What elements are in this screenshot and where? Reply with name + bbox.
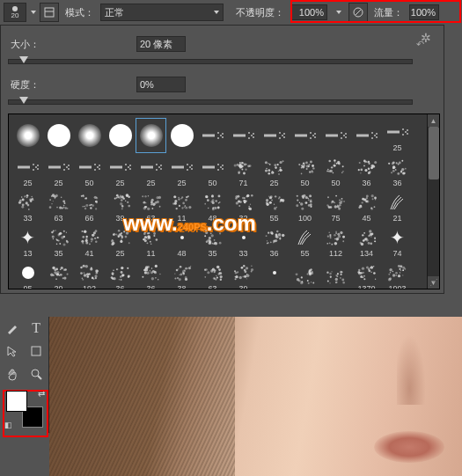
brush-preset-cell[interactable]: 45 — [351, 188, 382, 223]
scroll-up-icon[interactable]: ▲ — [428, 114, 439, 127]
brush-preset-cell[interactable]: 33 — [12, 188, 43, 223]
brush-preset-cell[interactable] — [320, 259, 351, 289]
pen-tool-icon[interactable] — [0, 317, 25, 340]
type-tool-icon[interactable]: T — [25, 317, 49, 340]
brush-preset-cell[interactable] — [105, 118, 136, 153]
brush-preset-cell[interactable]: 25 — [12, 153, 43, 188]
brush-preset-cell[interactable]: 36 — [382, 153, 413, 188]
brush-preset-cell[interactable] — [197, 118, 228, 153]
brush-preset-cell[interactable]: 35 — [43, 223, 74, 259]
foreground-color[interactable] — [6, 391, 27, 412]
size-slider[interactable] — [8, 59, 413, 64]
brush-preset-cell[interactable]: 95 — [12, 259, 43, 289]
svg-point-326 — [217, 206, 219, 208]
gear-icon[interactable] — [421, 31, 435, 45]
default-colors-icon[interactable]: ◧ — [4, 421, 12, 429]
blend-mode-dropdown[interactable]: 正常 — [100, 4, 224, 21]
brush-preset-cell[interactable]: 75 — [320, 188, 351, 223]
svg-point-247 — [89, 204, 91, 206]
brush-preset-cell[interactable]: 63 — [197, 259, 228, 289]
brush-preset-cell[interactable] — [259, 118, 290, 153]
brush-preset-picker[interactable]: 20 — [4, 3, 26, 22]
brush-preset-cell[interactable] — [74, 118, 105, 153]
brush-preset-cell[interactable]: 55 — [290, 223, 320, 259]
brush-preset-cell[interactable]: 66 — [74, 188, 105, 223]
zoom-tool-icon[interactable] — [25, 362, 49, 385]
brush-preset-cell[interactable]: - — [259, 259, 290, 289]
svg-point-725 — [240, 267, 243, 269]
brush-preset-cell[interactable]: 1370 — [351, 259, 382, 289]
shape-tool-icon[interactable] — [25, 340, 49, 362]
brush-preset-cell[interactable]: 36 — [259, 223, 290, 259]
brush-preset-cell[interactable] — [290, 118, 320, 153]
brush-panel-toggle-icon[interactable] — [40, 3, 59, 22]
brush-preset-cell[interactable]: 63 — [43, 188, 74, 223]
brush-preset-cell[interactable]: ✦13 — [12, 223, 43, 259]
hardness-input[interactable]: 0% — [136, 77, 186, 92]
scroll-thumb[interactable] — [429, 127, 439, 179]
brush-preset-cell[interactable] — [228, 118, 259, 153]
brush-preset-cell[interactable]: 192 — [74, 259, 105, 289]
pressure-opacity-icon[interactable] — [348, 3, 368, 22]
brush-preset-cell[interactable]: 25 — [259, 153, 290, 188]
svg-point-172 — [360, 172, 362, 173]
brush-thumb-icon — [261, 225, 288, 250]
brush-preset-cell[interactable]: 50 — [197, 153, 228, 188]
brush-preset-cell[interactable] — [320, 118, 351, 153]
svg-point-443 — [62, 235, 65, 238]
brush-preset-cell[interactable]: 36 — [351, 153, 382, 188]
brush-preset-cell[interactable]: 29 — [43, 259, 74, 289]
brush-preset-cell[interactable] — [290, 259, 320, 289]
svg-point-8 — [248, 132, 250, 134]
brush-preset-cell[interactable]: 38 — [166, 259, 197, 289]
opacity-dropdown-icon[interactable] — [331, 4, 345, 20]
svg-point-104 — [271, 171, 274, 173]
color-swatch[interactable]: ⇄ ◧ — [4, 389, 45, 429]
flow-input[interactable]: 100% — [409, 4, 439, 20]
brush-preset-cell[interactable]: 100 — [290, 188, 320, 223]
chevron-down-icon[interactable] — [31, 11, 36, 14]
svg-point-335 — [249, 203, 250, 204]
brush-preset-cell[interactable]: 50 — [290, 153, 320, 188]
brush-preset-cell[interactable] — [43, 118, 74, 153]
brush-preset-cell[interactable] — [166, 118, 197, 153]
brush-size-label: 71 — [238, 179, 247, 187]
swap-colors-icon[interactable]: ⇄ — [38, 389, 45, 399]
size-input[interactable]: 20 像素 — [136, 36, 186, 52]
scrollbar[interactable]: ▲ ▼ — [427, 114, 439, 289]
svg-point-612 — [55, 273, 58, 275]
brush-preset-cell[interactable]: 25 — [105, 153, 136, 188]
hardness-slider[interactable] — [8, 99, 413, 105]
brush-preset-cell[interactable]: 1903 — [382, 259, 413, 289]
svg-point-704 — [213, 277, 214, 278]
brush-preset-cell[interactable]: 39 — [228, 259, 259, 289]
svg-point-789 — [360, 275, 363, 277]
brush-preset-cell[interactable]: 36 — [136, 259, 166, 289]
brush-preset-cell[interactable]: 41 — [74, 223, 105, 259]
hand-tool-icon[interactable] — [0, 362, 25, 385]
brush-preset-cell[interactable]: 50 — [74, 153, 105, 188]
brush-preset-cell[interactable]: 55 — [259, 188, 290, 223]
brush-preset-cell[interactable]: 25 — [166, 153, 197, 188]
brush-preset-cell[interactable]: 50 — [320, 153, 351, 188]
brush-preset-cell[interactable] — [12, 118, 43, 153]
resize-grip-icon[interactable]: ⋰ — [429, 277, 436, 287]
path-select-tool-icon[interactable] — [0, 340, 25, 362]
brush-preset-cell[interactable] — [351, 118, 382, 153]
brush-preset-cell[interactable]: 112 — [320, 223, 351, 259]
brush-preset-cell[interactable]: 25 — [43, 153, 74, 188]
svg-point-641 — [120, 271, 122, 274]
svg-point-590 — [363, 231, 365, 233]
brush-preset-cell[interactable]: 71 — [228, 153, 259, 188]
brush-preset-cell[interactable]: 21 — [382, 188, 413, 223]
brush-preset-cell[interactable]: 25 — [136, 153, 166, 188]
brush-preset-cell[interactable]: ✦74 — [382, 223, 413, 259]
brush-preset-cell[interactable]: 36 — [105, 259, 136, 289]
svg-point-753 — [326, 280, 328, 282]
svg-point-260 — [120, 199, 122, 201]
opacity-input[interactable]: 100% — [290, 4, 327, 20]
brush-preset-cell[interactable] — [136, 118, 166, 153]
brush-preset-cell[interactable]: 134 — [351, 223, 382, 259]
brush-preset-cell[interactable]: 25 — [382, 118, 413, 153]
svg-point-215 — [51, 202, 52, 203]
